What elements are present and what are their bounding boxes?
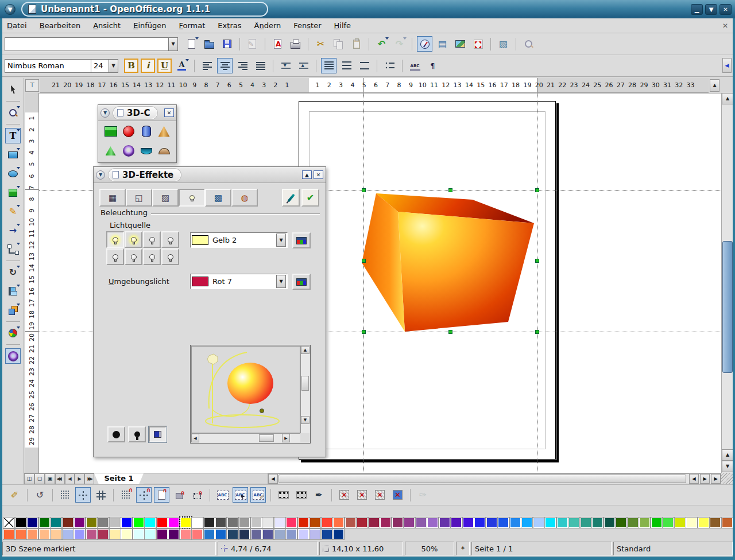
color-swatch-ff3366[interactable] xyxy=(286,518,297,528)
text-placeholder-button[interactable] xyxy=(372,487,388,503)
color-swatch-000000[interactable] xyxy=(16,518,26,528)
tab-geometry[interactable]: ◱ xyxy=(126,189,152,207)
light-source-3-button[interactable] xyxy=(143,231,161,248)
color-swatch-2288ee[interactable] xyxy=(510,518,521,528)
color-swatch-dc2300[interactable] xyxy=(298,518,309,528)
light-source-1-button[interactable] xyxy=(106,231,124,248)
assign-colors-button[interactable] xyxy=(282,189,300,207)
preview-cube-button[interactable] xyxy=(149,426,167,442)
color-swatch-962245[interactable] xyxy=(369,518,380,528)
cube-front-face[interactable] xyxy=(398,212,534,332)
snap-to-object-points-button[interactable] xyxy=(189,487,205,503)
half-sphere-3d[interactable] xyxy=(155,143,173,159)
select-tool[interactable] xyxy=(5,82,21,98)
text-tool[interactable]: T xyxy=(5,128,21,143)
color-swatch-ddffff[interactable] xyxy=(133,529,144,539)
apply-button[interactable]: ✔ xyxy=(301,189,319,207)
color-swatch-00ff00[interactable] xyxy=(133,518,144,528)
redo-icon[interactable]: ↷ xyxy=(392,36,407,52)
color-swatch-9a9a9a[interactable] xyxy=(239,518,250,528)
color-swatch-1b7f6f[interactable] xyxy=(592,518,603,528)
color-swatch-555599[interactable] xyxy=(262,529,273,539)
curve-tool[interactable]: ✎ xyxy=(5,204,21,219)
rotate-tool[interactable]: ↻ xyxy=(5,265,21,280)
open-icon[interactable] xyxy=(202,36,217,52)
color-swatch-8c2b62[interactable] xyxy=(392,518,403,528)
menu-bearbeiten[interactable]: Bearbeiten xyxy=(40,21,80,30)
color-swatch-808080[interactable] xyxy=(98,518,109,528)
view-mode-3-button[interactable]: ▣ xyxy=(45,473,55,484)
color-swatch-0d5548[interactable] xyxy=(604,518,615,528)
export-pdf-icon[interactable] xyxy=(270,36,285,52)
dialog-title-bar[interactable]: ▼ 3D-Effekte ▲ ✕ xyxy=(94,167,326,183)
color-swatch-7b7b00[interactable] xyxy=(86,518,97,528)
color-swatch-ff9966[interactable] xyxy=(27,529,38,539)
light-color-combobox[interactable]: Gelb 2 ▼ xyxy=(190,232,288,248)
color-swatch-b4574b[interactable] xyxy=(345,518,356,528)
color-swatch-2277cc[interactable] xyxy=(204,529,215,539)
rotation-mode-button[interactable]: ↺ xyxy=(32,487,48,503)
arrange-tool[interactable] xyxy=(5,302,21,318)
resize-grip[interactable] xyxy=(721,473,733,484)
para-spacing-decrease-button[interactable] xyxy=(296,58,311,73)
ellipse-tool[interactable] xyxy=(5,166,21,181)
tab-favorites[interactable]: ▦ xyxy=(99,189,126,207)
align-justify-button[interactable] xyxy=(253,58,268,73)
color-swatch-none[interactable] xyxy=(3,518,14,528)
snap-to-margins-button[interactable] xyxy=(154,487,169,503)
color-swatch-ffff00[interactable] xyxy=(180,518,191,528)
zoom-page-icon[interactable] xyxy=(470,36,486,52)
ruler-origin-button[interactable]: ⊤ xyxy=(25,79,39,92)
color-swatch-44e544[interactable] xyxy=(663,518,674,528)
scroll-left-icon[interactable]: ◀ xyxy=(268,474,278,484)
color-swatch-8a5c27[interactable] xyxy=(710,518,721,528)
selection-handle[interactable] xyxy=(448,188,452,192)
snap-lines-disabled-button[interactable]: ✑ xyxy=(415,487,431,503)
color-swatch-2f9e8a[interactable] xyxy=(581,518,591,528)
dialog-rollup-icon[interactable]: ▲ xyxy=(302,170,312,179)
undo-icon[interactable]: ↶ xyxy=(374,36,389,52)
align-right-button[interactable] xyxy=(235,58,250,73)
menu-einfügen[interactable]: Einfügen xyxy=(133,21,166,30)
color-swatch-913b8e[interactable] xyxy=(404,518,415,528)
color-swatch-ffeeaa[interactable] xyxy=(110,529,121,539)
view-mode-2-button[interactable]: ▢ xyxy=(34,473,45,484)
menu-ansicht[interactable]: Ansicht xyxy=(93,21,121,30)
snap-to-grid-button[interactable] xyxy=(118,487,134,503)
palette-window-menu-icon[interactable]: ▼ xyxy=(100,108,110,118)
color-swatch-86b34a[interactable] xyxy=(639,518,650,528)
scroll-up-icon[interactable]: ▲ xyxy=(722,93,733,104)
color-swatch-5d8a2e[interactable] xyxy=(628,518,639,528)
gallery-icon[interactable] xyxy=(452,36,468,52)
guides-when-moving-button[interactable] xyxy=(93,487,109,503)
font-color-button[interactable] xyxy=(174,58,189,73)
color-swatch-ffff55[interactable] xyxy=(698,518,709,528)
menu-fenster[interactable]: Fenster xyxy=(293,21,321,30)
color-swatch-4d4d4d[interactable] xyxy=(215,518,226,528)
light-color-dialog-button[interactable] xyxy=(292,232,311,248)
color-swatch-ff8888[interactable] xyxy=(180,529,191,539)
color-swatch-5511bb[interactable] xyxy=(451,518,462,528)
cut-icon[interactable]: ✂ xyxy=(313,36,328,52)
tab-illumination[interactable] xyxy=(179,189,205,207)
color-swatch-ccccff[interactable] xyxy=(298,529,309,539)
color-swatch-d4e600[interactable] xyxy=(675,518,686,528)
color-swatch-ff7777[interactable] xyxy=(192,529,203,539)
color-swatch-00ffff[interactable] xyxy=(145,518,156,528)
copy-icon[interactable] xyxy=(331,36,346,52)
font-size-combobox[interactable]: ▼ xyxy=(91,59,118,73)
modify-with-attributes-button[interactable]: ✒ xyxy=(311,487,327,503)
character-dialog-button[interactable] xyxy=(407,58,423,73)
lines-arrows-tool[interactable]: → xyxy=(5,223,21,238)
color-swatch-aa2536[interactable] xyxy=(357,518,368,528)
color-swatch-262626[interactable] xyxy=(204,518,215,528)
torus-3d[interactable] xyxy=(119,143,137,159)
object-size-field[interactable]: 14,10 x 11,60 xyxy=(319,542,403,555)
page-number-field[interactable]: Seite 1 / 1 xyxy=(471,542,612,555)
save-icon[interactable] xyxy=(219,36,235,52)
selection-handle[interactable] xyxy=(535,330,539,334)
ambient-color-dropdown-icon[interactable]: ▼ xyxy=(276,275,286,288)
color-swatch-44bfae[interactable] xyxy=(568,518,579,528)
color-swatch-6633aa[interactable] xyxy=(439,518,450,528)
scroll-left2-icon[interactable]: ◀ xyxy=(689,474,699,484)
